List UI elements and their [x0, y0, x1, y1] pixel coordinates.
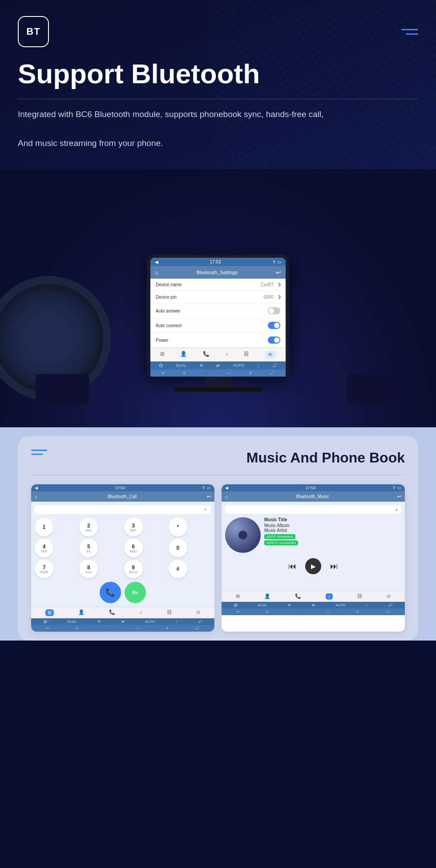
car-vol-icon-2[interactable]: 🔊	[270, 371, 275, 375]
icon-phone[interactable]: 📞	[203, 351, 210, 359]
call-bottom-icons: ⊞ 👤 📞 ♪ ⛓ ⊙	[31, 607, 214, 618]
music-icon-contacts[interactable]: 👤	[264, 593, 270, 600]
dial-key-0[interactable]: 0	[169, 539, 187, 557]
dial-key-4[interactable]: 4GHI	[35, 539, 53, 557]
call-button[interactable]: 📞	[100, 582, 121, 603]
dial-search[interactable]: ✕	[35, 505, 211, 514]
call-icon-contacts[interactable]: 👤	[78, 609, 85, 616]
car-vol-icon[interactable]: 🔊	[272, 363, 277, 368]
music-home-icon[interactable]: ⌂	[225, 494, 228, 499]
cb1-fan[interactable]: ❄	[97, 620, 101, 624]
auto-answer-toggle[interactable]	[268, 307, 280, 314]
dial-key-hash[interactable]: #	[169, 560, 187, 578]
dial-key-star[interactable]: *	[169, 518, 187, 536]
car-slider: —	[227, 371, 231, 375]
next-button[interactable]: ⏭	[330, 562, 338, 571]
dial-key-5[interactable]: 5JKL	[79, 539, 98, 557]
music-icon-eye[interactable]: ⊙	[387, 593, 391, 600]
dial-key-6[interactable]: 6MNO	[124, 539, 143, 557]
music-icon-phone[interactable]: 📞	[295, 593, 301, 600]
cb2-back[interactable]: ↩	[46, 626, 49, 630]
car-music-icon[interactable]: 🎵	[204, 371, 209, 375]
call-back-icon[interactable]: ↩	[207, 494, 211, 499]
avrcp-badge: AVRCP connected	[264, 540, 298, 545]
mb1-airdir[interactable]: ↕	[366, 603, 367, 607]
screen-back-arrow: ◀	[155, 260, 158, 264]
screen-device: ◀ 17:53 ⇑ ▭ ⌂ Bluetooth_Settings ↩ Devic…	[147, 254, 289, 392]
music-bottom-icons: ⊞ 👤 📞 ♪ ⛓ ⊙	[222, 591, 405, 602]
call-statusbar: ◀ 17:53 ⇑ ▭	[31, 484, 214, 491]
row-value-device-name: CarBT	[261, 282, 280, 287]
screen-bezel: ◀ 17:53 ⇑ ▭ ⌂ Bluetooth_Settings ↩ Devic…	[147, 254, 289, 377]
power-toggle[interactable]	[268, 337, 280, 344]
screen-home-icon[interactable]: ⌂	[155, 269, 158, 276]
icon-music[interactable]: ♪	[226, 351, 228, 359]
hamburger-menu[interactable]	[401, 29, 418, 35]
auto-connect-toggle[interactable]	[268, 322, 280, 329]
music-album: Music Album	[264, 523, 298, 528]
bottom-panel: Music And Phone Book ◀ 17:53 ⇑ ▭ ⌂ Bluet…	[18, 436, 418, 641]
cb1-recirc[interactable]: ⇄	[121, 620, 125, 624]
icon-contacts[interactable]: 👤	[180, 351, 187, 359]
music-time: 17:53	[305, 486, 315, 490]
music-icon-apps[interactable]: ⊞	[236, 593, 240, 600]
call-icon-eye[interactable]: ⊙	[196, 609, 200, 616]
icon-apps[interactable]: ⊞	[160, 351, 165, 359]
call-icon-music[interactable]: ♪	[140, 609, 142, 616]
cb2-slider: —	[136, 626, 140, 630]
mb1-power[interactable]: ⏻	[234, 603, 237, 607]
car-power-icon[interactable]: ⏻	[159, 363, 163, 368]
cb1-power[interactable]: ⏻	[43, 620, 47, 624]
music-note-icon: ♪	[396, 507, 398, 512]
dial-key-3[interactable]: 3DEF	[124, 518, 143, 536]
car-recirculate-icon[interactable]: ⇄	[216, 363, 220, 368]
car-fan-icon[interactable]: ❄	[200, 363, 203, 368]
music-icon-music-active[interactable]: ♪	[326, 593, 333, 600]
hero-desc-line1: Integrated with BC6 Bluetooth module, su…	[18, 110, 324, 119]
mb2-music[interactable]: 🎵	[295, 610, 299, 614]
panel-hamburger[interactable]	[31, 450, 47, 455]
chevron-right-icon-2	[277, 295, 281, 300]
screen-back-icon[interactable]: ↩	[276, 269, 281, 276]
mb1-vol[interactable]: 🔊	[388, 603, 393, 607]
redial-button[interactable]: Re	[125, 582, 146, 603]
play-button[interactable]: ▶	[305, 558, 321, 574]
screen-row-power[interactable]: Power	[150, 333, 286, 348]
row-label-device-name: Device name	[156, 282, 182, 287]
page-title: Support Bluetooth	[0, 47, 436, 89]
mb1-dual: DUAL	[258, 603, 267, 607]
dial-clear-icon[interactable]: ✕	[204, 507, 207, 512]
icon-link[interactable]: ⛓	[244, 351, 249, 359]
call-icon-phone[interactable]: 📞	[109, 609, 115, 616]
cb1-vol[interactable]: 🔊	[198, 620, 202, 624]
mb1-recirc[interactable]: ⇄	[312, 603, 315, 607]
dial-key-1[interactable]: 1	[35, 518, 53, 536]
dial-key-7[interactable]: 7PQRS	[35, 560, 53, 578]
music-back-icon[interactable]: ↩	[397, 494, 401, 499]
cb2-zero1: 0	[76, 626, 78, 630]
panel-divider	[31, 475, 405, 475]
music-artist: Music Artist	[264, 528, 298, 533]
mb1-fan[interactable]: ❄	[288, 603, 291, 607]
screen-base	[174, 387, 262, 392]
mb2-back[interactable]: ↩	[237, 610, 240, 614]
screen-row-auto-answer[interactable]: Auto answer	[150, 304, 286, 318]
dial-key-9[interactable]: 9WXYZ	[124, 560, 143, 578]
dial-key-8[interactable]: 8TUV	[79, 560, 98, 578]
music-icon-link[interactable]: ⛓	[357, 593, 362, 600]
cb1-airdir[interactable]: ↕	[175, 620, 177, 624]
call-home-icon[interactable]: ⌂	[35, 494, 38, 499]
prev-button[interactable]: ⏮	[288, 562, 296, 571]
call-icon-link[interactable]: ⛓	[167, 609, 172, 616]
mb2-vol[interactable]: 🔊	[385, 610, 390, 614]
car-back-icon[interactable]: ↩	[161, 371, 165, 375]
car-airdir-icon[interactable]: ↕	[257, 363, 259, 368]
icon-eye-active[interactable]: 👁	[265, 351, 276, 359]
mb2-zero2: 0	[357, 610, 359, 614]
call-car-bar1: ⏻ DUAL ❄ ⇄ AUTO ↕ 🔊	[31, 618, 214, 625]
cb2-vol[interactable]: 🔊	[195, 626, 199, 630]
cb2-music[interactable]: 🎵	[105, 626, 109, 630]
screen-row-auto-connect[interactable]: Auto connect	[150, 318, 286, 333]
dial-key-2[interactable]: 2ABC	[79, 518, 98, 536]
call-icon-apps[interactable]: ⊞	[45, 609, 54, 616]
